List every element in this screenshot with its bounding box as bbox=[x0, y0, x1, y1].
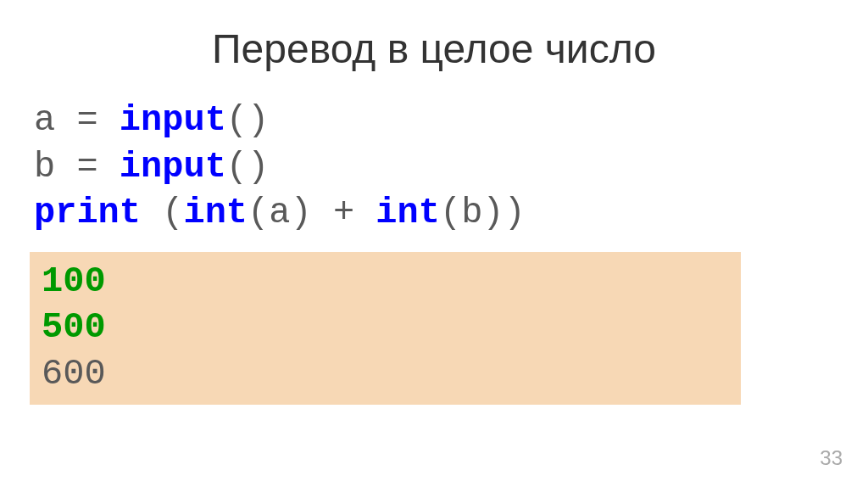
code-line-3: print (int(a) + int(b)) bbox=[34, 190, 843, 237]
code-text: () bbox=[226, 147, 269, 188]
page-number: 33 bbox=[820, 446, 843, 470]
code-keyword: int bbox=[376, 193, 440, 233]
code-text: () bbox=[226, 100, 269, 141]
code-text: (b)) bbox=[440, 193, 526, 233]
output-line-input: 500 bbox=[42, 305, 729, 351]
code-text: a = bbox=[34, 100, 120, 141]
code-keyword: input bbox=[120, 100, 226, 141]
slide-title: Перевод в целое число bbox=[25, 25, 843, 72]
output-line-result: 600 bbox=[42, 351, 729, 398]
code-line-1: a = input() bbox=[34, 98, 843, 144]
code-block: a = input() b = input() print (int(a) + … bbox=[25, 98, 843, 237]
output-line-input: 100 bbox=[42, 259, 729, 305]
code-text: (a) + bbox=[248, 193, 376, 233]
output-block: 100 500 600 bbox=[30, 252, 741, 405]
code-keyword: int bbox=[183, 193, 248, 233]
code-text: ( bbox=[141, 193, 183, 233]
code-keyword: input bbox=[120, 147, 226, 188]
code-text: b = bbox=[34, 147, 120, 188]
code-keyword: print bbox=[34, 193, 141, 233]
code-line-2: b = input() bbox=[34, 144, 843, 191]
